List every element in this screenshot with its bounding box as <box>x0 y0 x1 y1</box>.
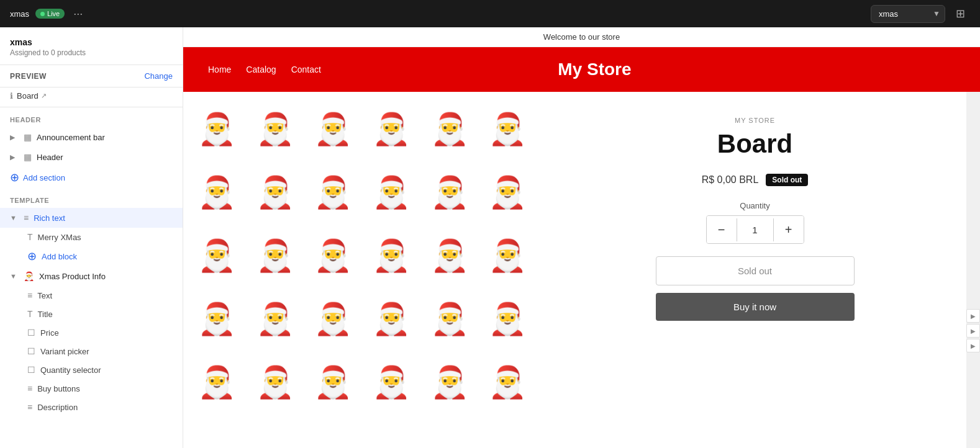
theme-select-wrapper[interactable]: xmas default custom ▼ <box>871 5 945 23</box>
more-options-icon[interactable]: ··· <box>73 7 83 20</box>
santa-15: 🎅 <box>306 225 360 287</box>
chevron-down-icon: ▼ <box>10 214 19 222</box>
edge-collapse-button-3[interactable]: ▶ <box>966 339 980 352</box>
grid-view-button[interactable]: ⊞ <box>950 4 970 24</box>
add-block-label: Add block <box>42 252 77 261</box>
santa-2: 🎅 <box>248 98 302 160</box>
store-header: Home Catalog Contact My Store <box>183 47 980 92</box>
sidebar-item-xmas-product-info[interactable]: ▼ 🎅 Xmas Product Info <box>0 266 183 286</box>
sidebar-item-variant-picker[interactable]: ☐ Variant picker <box>0 342 183 361</box>
santa-1: 🎅 <box>189 98 244 160</box>
variant-picker-icon: ☐ <box>27 346 35 356</box>
my-store-label: MY STORE <box>735 117 775 124</box>
xmas-product-info-label: Xmas Product Info <box>39 272 106 281</box>
text-label: Text <box>37 291 52 300</box>
app-name: xmas <box>10 9 29 19</box>
santa-16: 🎅 <box>364 225 419 287</box>
board-link[interactable]: Board ↗ <box>17 91 47 101</box>
chevron-right-icon: ▶ <box>10 133 19 141</box>
sidebar-item-title[interactable]: T Title <box>0 305 183 323</box>
sidebar-item-description[interactable]: ≡ Description <box>0 398 183 416</box>
quantity-label: Quantity <box>740 201 769 210</box>
sidebar-item-buy-buttons[interactable]: ≡ Buy buttons <box>0 379 183 398</box>
sidebar-item-quantity-selector[interactable]: ☐ Quantity selector <box>0 361 183 379</box>
quantity-selector-label: Quantity selector <box>40 365 101 375</box>
buy-now-button[interactable]: Buy it now <box>656 293 855 321</box>
top-bar: xmas Live ··· xmas default custom ▼ ⊞ <box>0 0 980 27</box>
header-section-label: HEADER <box>0 107 183 127</box>
quantity-selector-icon: ☐ <box>27 365 35 375</box>
chevron-right-icon2: ▶ <box>10 153 19 161</box>
description-icon: ≡ <box>27 402 32 412</box>
edge-collapse-button-1[interactable]: ▶ <box>966 309 980 323</box>
quantity-decrease-button[interactable]: − <box>707 216 737 243</box>
merry-xmas-icon: T <box>27 232 33 242</box>
santa-14: 🎅 <box>248 225 302 287</box>
santa-23: 🎅 <box>422 288 477 350</box>
product-info: MY STORE Board R$ 0,00 BRL Sold out Quan… <box>543 92 966 448</box>
preview-pane: Welcome to our store Home Catalog Contac… <box>183 27 980 448</box>
santa-29: 🎅 <box>422 351 477 413</box>
add-block-icon: ⊕ <box>27 251 37 262</box>
announcement-bar: Welcome to our store <box>183 27 980 47</box>
santa-10: 🎅 <box>364 161 419 223</box>
preview-label: PREVIEW <box>10 72 47 81</box>
main-layout: xmas Assigned to 0 products PREVIEW Chan… <box>0 27 980 448</box>
price-label: Price <box>40 328 59 338</box>
change-link[interactable]: Change <box>144 71 173 81</box>
sidebar-item-rich-text[interactable]: ▼ ≡ Rich text <box>0 208 183 228</box>
product-title: Board <box>717 129 792 159</box>
sold-out-badge: Sold out <box>766 174 808 186</box>
santa-5: 🎅 <box>422 98 477 160</box>
header-icon: ▦ <box>24 152 32 162</box>
santa-24: 🎅 <box>480 288 535 350</box>
quantity-value: 1 <box>737 218 774 241</box>
merry-xmas-label: Merry XMas <box>38 233 81 242</box>
nav-catalog[interactable]: Catalog <box>246 65 276 74</box>
santa-20: 🎅 <box>248 288 302 350</box>
description-label: Description <box>37 403 78 412</box>
template-section-label: TEMPLATE <box>0 188 183 208</box>
chevron-down-icon2: ▼ <box>10 272 19 280</box>
store-content: 🎅 🎅 🎅 🎅 🎅 🎅 🎅 🎅 🎅 🎅 🎅 🎅 🎅 🎅 <box>183 92 980 448</box>
sold-out-button[interactable]: Sold out <box>656 256 855 285</box>
santa-9: 🎅 <box>306 161 360 223</box>
santa-21: 🎅 <box>306 288 360 350</box>
sidebar-item-text[interactable]: ≡ Text <box>0 286 183 305</box>
quantity-increase-button[interactable]: + <box>774 216 804 243</box>
santa-26: 🎅 <box>248 351 302 413</box>
topbar-right: xmas default custom ▼ ⊞ <box>871 4 970 24</box>
external-link-icon: ↗ <box>41 92 47 100</box>
santa-17: 🎅 <box>422 225 477 287</box>
variant-picker-label: Variant picker <box>40 347 89 356</box>
board-link-row: ℹ Board ↗ <box>0 87 183 107</box>
header-label: Header <box>37 153 63 162</box>
nav-home[interactable]: Home <box>208 65 231 74</box>
announcement-bar-label: Announcement bar <box>37 133 105 142</box>
price-row: R$ 0,00 BRL Sold out <box>702 174 809 186</box>
sidebar: xmas Assigned to 0 products PREVIEW Chan… <box>0 27 183 448</box>
edge-collapse-button-2[interactable]: ▶ <box>966 324 980 338</box>
sidebar-item-price[interactable]: ☐ Price <box>0 323 183 342</box>
info-icon: ℹ <box>10 91 13 101</box>
santa-4: 🎅 <box>364 98 419 160</box>
santa-28: 🎅 <box>364 351 419 413</box>
sidebar-item-header[interactable]: ▶ ▦ Header <box>0 147 183 167</box>
announcement-bar-icon: ▦ <box>24 132 32 142</box>
preview-row: PREVIEW Change <box>0 65 183 87</box>
santa-19: 🎅 <box>189 288 244 350</box>
sidebar-item-announcement-bar[interactable]: ▶ ▦ Announcement bar <box>0 127 183 147</box>
theme-select[interactable]: xmas default custom <box>871 5 945 23</box>
live-badge: Live <box>35 9 65 19</box>
right-edge-panel: ▶ ▶ ▶ <box>966 92 980 448</box>
title-label: Title <box>38 310 53 319</box>
sidebar-item-merry-xmas[interactable]: T Merry XMas <box>0 228 183 246</box>
nav-contact[interactable]: Contact <box>291 65 321 74</box>
santa-30: 🎅 <box>480 351 535 413</box>
sidebar-item-add-block[interactable]: ⊕ Add block <box>0 246 183 266</box>
add-section-button[interactable]: ⊕ Add section <box>0 167 183 188</box>
store-nav: Home Catalog Contact <box>208 65 321 74</box>
live-dot-icon <box>40 12 45 16</box>
santa-7: 🎅 <box>189 161 244 223</box>
santa-25: 🎅 <box>189 351 244 413</box>
